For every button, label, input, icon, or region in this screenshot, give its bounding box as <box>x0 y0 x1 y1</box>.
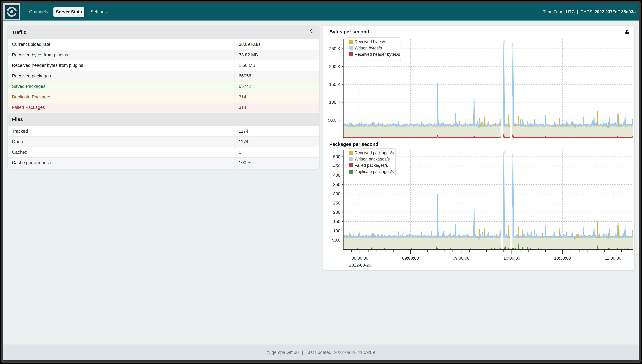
svg-text:200 K: 200 K <box>329 64 340 69</box>
svg-text:500: 500 <box>333 154 340 159</box>
svg-text:150 K: 150 K <box>329 82 340 87</box>
svg-text:Written bytes/s: Written bytes/s <box>354 46 382 50</box>
svg-text:250 K: 250 K <box>329 46 340 51</box>
svg-text:450: 450 <box>333 164 340 168</box>
svg-text:Received header bytes/s: Received header bytes/s <box>354 52 400 56</box>
svg-text:350: 350 <box>333 182 340 187</box>
svg-text:Failed packages/s: Failed packages/s <box>354 163 388 168</box>
svg-text:300: 300 <box>333 191 340 196</box>
svg-text:100 K: 100 K <box>329 100 340 105</box>
svg-text:2022-08-26: 2022-08-26 <box>349 262 371 268</box>
svg-text:50.0: 50.0 <box>332 238 340 242</box>
svg-text:10:00:00: 10:00:00 <box>503 256 520 260</box>
svg-text:08:30:00: 08:30:00 <box>352 256 368 260</box>
svg-text:Received packages/s: Received packages/s <box>354 150 394 155</box>
svg-text:09:00:00: 09:00:00 <box>402 256 419 260</box>
svg-text:150: 150 <box>333 219 340 224</box>
svg-text:Received bytes/s: Received bytes/s <box>354 40 386 44</box>
svg-text:200: 200 <box>333 210 340 215</box>
svg-text:Written packages/s: Written packages/s <box>354 157 390 161</box>
svg-text:11:00:00: 11:00:00 <box>605 256 621 260</box>
svg-text:09:30:00: 09:30:00 <box>453 256 470 260</box>
svg-text:250: 250 <box>333 200 340 206</box>
svg-text:50.0 K: 50.0 K <box>328 118 340 122</box>
svg-text:10:30:00: 10:30:00 <box>554 256 571 260</box>
svg-text:100: 100 <box>333 228 340 233</box>
svg-text:Duplicate packages/s: Duplicate packages/s <box>354 169 394 174</box>
svg-text:400: 400 <box>333 173 340 178</box>
